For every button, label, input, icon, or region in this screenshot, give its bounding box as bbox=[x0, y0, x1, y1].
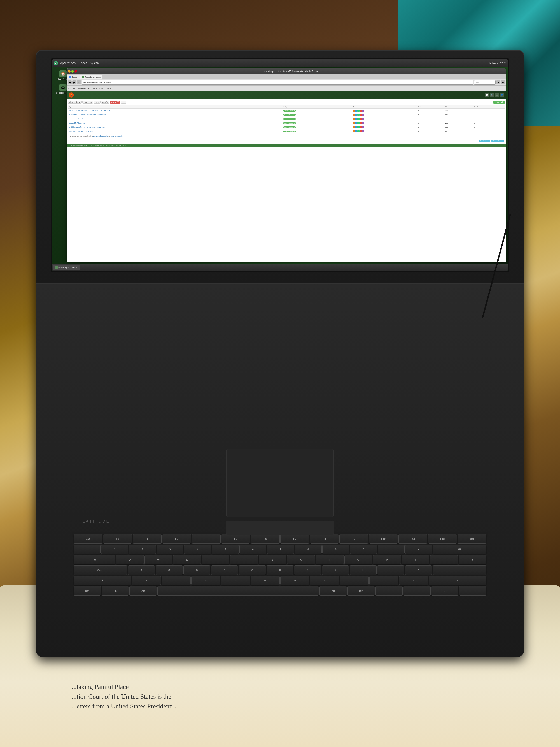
filter-categories[interactable]: Categories bbox=[82, 101, 93, 104]
taskbar-firefox[interactable]: Unread topics - Unread... bbox=[53, 265, 80, 270]
key-n[interactable]: N bbox=[281, 576, 309, 585]
topic-link[interactable]: Is Ubuntu MATE missing any essential app… bbox=[69, 114, 106, 115]
menu-icon[interactable]: ☰ bbox=[495, 93, 499, 97]
tab-google[interactable]: Google+ bbox=[67, 75, 80, 79]
key-f[interactable]: F bbox=[211, 565, 238, 575]
category-badge[interactable]: General Discussion bbox=[284, 126, 296, 128]
key-d[interactable]: D bbox=[183, 565, 210, 575]
topic-link[interactable]: Some observations on 15.04 beta 1 bbox=[69, 130, 94, 132]
key-w[interactable]: W bbox=[144, 555, 172, 564]
key-j[interactable]: J bbox=[294, 565, 321, 575]
page-content[interactable]: 🐧 💬 🔍 ☰ 👤 bbox=[66, 91, 506, 262]
filter-latest[interactable]: Latest bbox=[94, 101, 101, 104]
nav-main-site[interactable]: Main site bbox=[68, 87, 75, 89]
key-fn[interactable]: Fn bbox=[102, 586, 129, 596]
key-quote[interactable]: ' bbox=[405, 565, 432, 575]
category-badge[interactable]: General Discussion bbox=[284, 110, 296, 111]
dismiss-posts-button[interactable]: Dismiss Posts bbox=[479, 140, 490, 142]
search-box[interactable]: Search bbox=[474, 80, 496, 84]
key-z[interactable]: Z bbox=[132, 576, 161, 585]
key-right[interactable]: → bbox=[459, 586, 486, 596]
key-f5[interactable]: F5 bbox=[221, 534, 250, 544]
key-9[interactable]: 9 bbox=[322, 545, 349, 554]
key-rshift[interactable]: ⇧ bbox=[429, 576, 486, 585]
category-badge[interactable]: General Discussion bbox=[284, 118, 296, 120]
forward-button[interactable]: ▶ bbox=[72, 80, 76, 84]
touchpad-right-button[interactable] bbox=[280, 521, 334, 535]
key-5[interactable]: 5 bbox=[212, 545, 239, 554]
key-f6[interactable]: F6 bbox=[251, 534, 279, 544]
dismiss-topics-button[interactable]: Dismiss Topics bbox=[491, 140, 504, 142]
key-v[interactable]: V bbox=[221, 576, 250, 585]
filter-new[interactable]: New (3) bbox=[101, 101, 109, 104]
key-i[interactable]: I bbox=[316, 555, 344, 564]
key-left[interactable]: ← bbox=[375, 586, 403, 596]
key-x[interactable]: X bbox=[162, 576, 190, 585]
key-f7[interactable]: F7 bbox=[281, 534, 309, 544]
key-ralt[interactable]: Alt bbox=[319, 586, 347, 596]
key-rctrl[interactable]: Ctrl bbox=[347, 586, 375, 596]
key-up[interactable]: ↑ bbox=[403, 586, 431, 596]
key-t[interactable]: T bbox=[230, 555, 258, 564]
key-s[interactable]: S bbox=[156, 565, 183, 575]
key-4[interactable]: 4 bbox=[184, 545, 211, 554]
key-f11[interactable]: F11 bbox=[398, 534, 427, 544]
new-topic-button[interactable]: + New Topic bbox=[493, 101, 505, 104]
close-button[interactable] bbox=[75, 70, 77, 73]
key-space[interactable] bbox=[157, 586, 319, 596]
bookmark-button[interactable]: ★ bbox=[496, 80, 500, 84]
tab-unread-topics[interactable]: Unread topics - Ubtu... bbox=[80, 75, 103, 79]
key-lctrl[interactable]: Ctrl bbox=[74, 586, 101, 596]
key-f8[interactable]: F8 bbox=[310, 534, 339, 544]
places-menu[interactable]: Places bbox=[78, 61, 87, 65]
key-lbracket[interactable]: [ bbox=[401, 555, 429, 564]
key-esc[interactable]: Esc bbox=[74, 534, 103, 544]
key-e[interactable]: E bbox=[173, 555, 201, 564]
key-f12[interactable]: F12 bbox=[428, 534, 457, 544]
nav-irc[interactable]: IRC bbox=[88, 87, 91, 89]
key-f2[interactable]: F2 bbox=[133, 534, 162, 544]
key-slash[interactable]: / bbox=[399, 576, 428, 585]
url-bar[interactable]: https://ubuntu-mate.community/unread bbox=[82, 80, 473, 84]
key-p[interactable]: P bbox=[373, 555, 401, 564]
key-minus[interactable]: - bbox=[378, 545, 405, 554]
touchpad[interactable] bbox=[226, 449, 334, 517]
filter-top[interactable]: Top bbox=[121, 101, 126, 104]
key-backtick[interactable]: ` bbox=[74, 545, 101, 554]
nav-donate[interactable]: Donate bbox=[105, 87, 111, 89]
key-2[interactable]: 2 bbox=[129, 545, 156, 554]
key-backspace[interactable]: ⌫ bbox=[433, 545, 486, 554]
key-f4[interactable]: F4 bbox=[192, 534, 220, 544]
topic-link[interactable]: Ubuntu MATE runs on bbox=[69, 122, 84, 124]
key-c[interactable]: C bbox=[191, 576, 220, 585]
key-1[interactable]: 1 bbox=[101, 545, 128, 554]
key-y[interactable]: Y bbox=[259, 555, 287, 564]
key-g[interactable]: G bbox=[239, 565, 266, 575]
key-k[interactable]: K bbox=[322, 565, 349, 575]
key-f3[interactable]: F3 bbox=[162, 534, 191, 544]
key-7[interactable]: 7 bbox=[267, 545, 294, 554]
key-period[interactable]: . bbox=[369, 576, 398, 585]
filter-all-categories[interactable]: all categories ▲ bbox=[68, 101, 82, 104]
system-menu[interactable]: System bbox=[90, 61, 100, 65]
key-down[interactable]: ↓ bbox=[431, 586, 459, 596]
key-equals[interactable]: = bbox=[405, 545, 432, 554]
filter-unread[interactable]: Unread (6) bbox=[110, 101, 120, 104]
key-backslash[interactable]: \ bbox=[459, 555, 486, 564]
key-f9[interactable]: F9 bbox=[340, 534, 368, 544]
minimize-button[interactable] bbox=[68, 70, 71, 73]
key-comma[interactable]: , bbox=[340, 576, 369, 585]
key-l[interactable]: L bbox=[350, 565, 377, 575]
view-latest-link[interactable]: View latest topics bbox=[111, 135, 123, 137]
topic-link[interactable]: Introduction Thread bbox=[69, 118, 83, 120]
key-m[interactable]: M bbox=[310, 576, 339, 585]
key-b[interactable]: B bbox=[251, 576, 279, 585]
reload-button[interactable]: ↻ bbox=[77, 80, 81, 84]
key-lalt[interactable]: Alt bbox=[129, 586, 157, 596]
key-o[interactable]: O bbox=[344, 555, 372, 564]
key-tab[interactable]: Tab bbox=[74, 555, 115, 564]
nav-issue-tracker[interactable]: Issue tracker bbox=[93, 87, 103, 89]
key-q[interactable]: Q bbox=[116, 555, 144, 564]
key-0[interactable]: 0 bbox=[350, 545, 377, 554]
key-f1[interactable]: F1 bbox=[103, 534, 132, 544]
